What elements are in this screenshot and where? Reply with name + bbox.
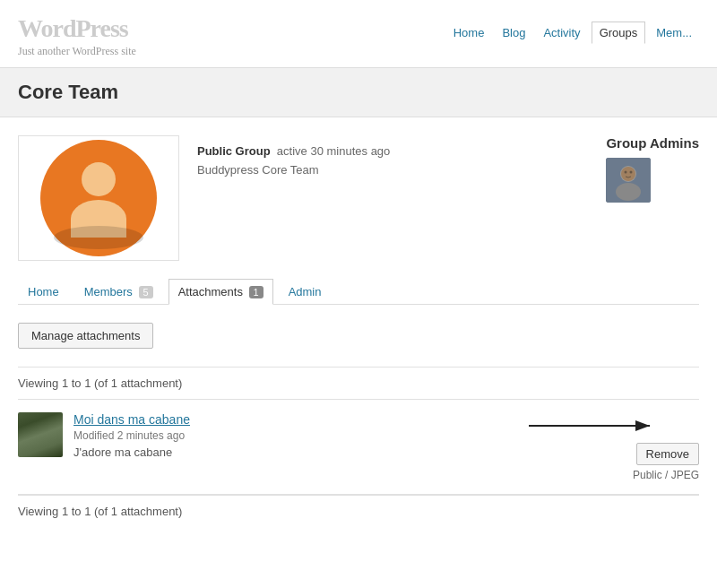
title-black: Word	[18, 14, 75, 42]
svg-point-2	[616, 183, 641, 201]
attachment-thumbnail	[18, 412, 63, 457]
tab-members[interactable]: Members 5	[74, 279, 163, 304]
admin-avatar-img	[606, 158, 651, 203]
avatar-circle	[40, 140, 157, 256]
attachment-description: J'adore ma cabane	[73, 445, 509, 459]
main-nav: Home Blog Activity Groups Mem...	[446, 22, 699, 44]
svg-point-5	[630, 171, 633, 174]
members-badge: 5	[139, 286, 153, 298]
viewing-text-top: Viewing 1 to 1 (of 1 attachment)	[18, 367, 699, 400]
site-title: WordPress	[18, 14, 136, 43]
nav-members[interactable]: Mem...	[649, 22, 699, 43]
manage-attachments-button[interactable]: Manage attachments	[18, 323, 153, 349]
table-row: Moi dans ma cabane Modified 2 minutes ag…	[18, 400, 699, 494]
group-visibility: Public Group	[197, 144, 271, 158]
viewing-text-bottom: Viewing 1 to 1 (of 1 attachment)	[18, 495, 699, 527]
nav-blog[interactable]: Blog	[495, 22, 532, 43]
attachment-type: Public / JPEG	[633, 469, 699, 481]
svg-point-4	[625, 171, 627, 174]
group-description: Buddypress Core Team	[197, 163, 588, 177]
attachment-list: Moi dans ma cabane Modified 2 minutes ag…	[18, 400, 699, 495]
group-active-time: active 30 minutes ago	[277, 144, 390, 158]
attachment-info: Moi dans ma cabane Modified 2 minutes ag…	[73, 412, 509, 459]
nav-groups[interactable]: Groups	[592, 22, 646, 44]
attachment-modified: Modified 2 minutes ago	[73, 429, 509, 442]
thumb-image	[18, 412, 63, 457]
group-header: Public Group active 30 minutes ago Buddy…	[18, 135, 699, 261]
title-gray: Press	[75, 14, 127, 42]
admin-avatar	[606, 158, 651, 203]
attachments-badge: 1	[249, 286, 263, 298]
nav-activity[interactable]: Activity	[536, 22, 587, 43]
avatar-shadow	[54, 226, 143, 249]
site-tagline: Just another WordPress site	[18, 45, 136, 58]
attachment-actions: Remove Public / JPEG	[520, 412, 699, 481]
group-status: Public Group active 30 minutes ago	[197, 144, 588, 158]
page-title-bar: Core Team	[0, 68, 717, 117]
nav-home[interactable]: Home	[446, 22, 492, 43]
avatar-head	[82, 162, 116, 196]
group-avatar	[18, 135, 179, 261]
site-header: WordPress Just another WordPress site Ho…	[0, 0, 717, 68]
page-title: Core Team	[18, 81, 699, 104]
tab-admin[interactable]: Admin	[279, 279, 332, 304]
tab-attachments[interactable]: Attachments 1	[168, 279, 273, 305]
main-content: Public Group active 30 minutes ago Buddy…	[0, 117, 717, 545]
attachment-title[interactable]: Moi dans ma cabane	[73, 412, 509, 427]
group-info: Public Group active 30 minutes ago Buddy…	[197, 135, 588, 261]
group-admins-title: Group Admins	[606, 135, 699, 151]
arrow-indicator	[520, 412, 699, 439]
tabs: Home Members 5 Attachments 1 Admin	[18, 279, 699, 305]
svg-point-3	[621, 167, 635, 181]
remove-button[interactable]: Remove	[636, 443, 699, 465]
tab-home[interactable]: Home	[18, 279, 69, 304]
group-admins: Group Admins	[606, 135, 699, 261]
